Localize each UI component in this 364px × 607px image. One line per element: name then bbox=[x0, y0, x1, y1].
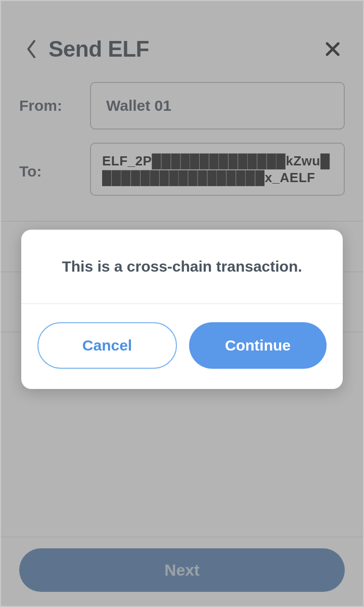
modal-actions: Cancel Continue bbox=[21, 304, 343, 389]
continue-button[interactable]: Continue bbox=[189, 322, 327, 369]
cancel-button-label: Cancel bbox=[82, 337, 132, 354]
modal-body: This is a cross-chain transaction. bbox=[21, 230, 343, 304]
modal-overlay[interactable]: This is a cross-chain transaction. Cance… bbox=[1, 1, 363, 606]
cross-chain-modal: This is a cross-chain transaction. Cance… bbox=[21, 230, 343, 389]
app-frame: Send ELF From: Wallet 01 To: ELF_2P█████… bbox=[0, 0, 364, 607]
continue-button-label: Continue bbox=[225, 337, 291, 354]
modal-message: This is a cross-chain transaction. bbox=[41, 258, 323, 275]
cancel-button[interactable]: Cancel bbox=[37, 322, 177, 369]
